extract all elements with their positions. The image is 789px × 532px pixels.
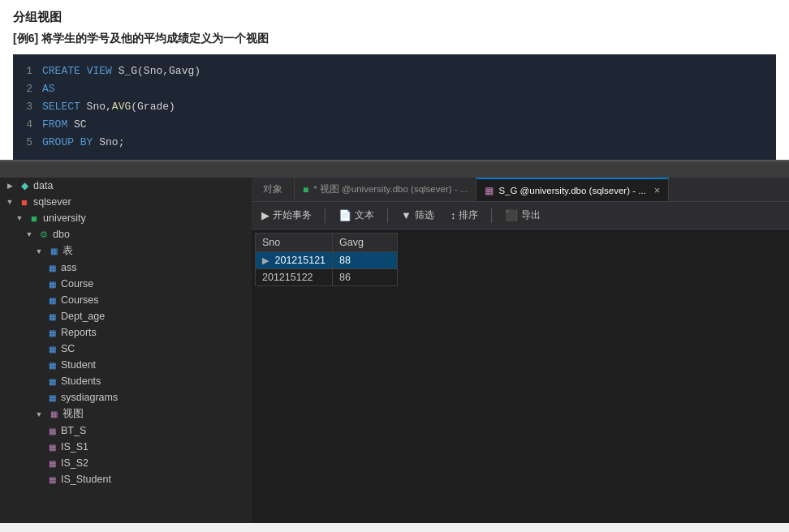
view-icon-is-student: ▦ [45, 473, 58, 486]
tree-item-course[interactable]: ▦ Course [0, 276, 252, 292]
text-label: 文本 [355, 208, 374, 222]
tab-object[interactable]: 对象 [252, 178, 295, 201]
line-num-5: 5 [13, 134, 42, 152]
tab-placeholder [669, 178, 789, 201]
table-icon-sc: ▦ [45, 342, 58, 355]
tree-label-university: university [43, 212, 86, 224]
tree-item-sc[interactable]: ▦ SC [0, 341, 252, 357]
col-header-sno: Sno [256, 234, 333, 252]
table-header-row: Sno Gavg [256, 234, 398, 252]
page-title: 分组视图 [13, 10, 776, 25]
filter-icon: ▼ [401, 209, 412, 221]
table-icon-dept-age: ▦ [45, 310, 58, 323]
cell-gavg-2: 86 [333, 269, 398, 286]
begin-transaction-button[interactable]: ▶ 开始事务 [258, 207, 315, 224]
top-section: 分组视图 [例6] 将学生的学号及他的平均成绩定义为一个视图 1 CREATE … [0, 0, 789, 160]
tree-item-is-s1[interactable]: ▦ IS_S1 [0, 439, 252, 455]
tab-view-university[interactable]: ■ * 视图 @university.dbo (sqlsever) - ... [295, 178, 476, 201]
tree-item-students[interactable]: ▦ Students [0, 373, 252, 389]
toolbar-sep-3 [491, 208, 492, 223]
toolbar: ▶ 开始事务 📄 文本 ▼ 筛选 ↕ 排序 ⬛ 导出 [252, 202, 789, 230]
toolbar-sep-2 [387, 208, 388, 223]
row-indicator-1: ▶ [262, 255, 272, 265]
db-icon-university: ■ [28, 212, 41, 225]
tree-label-student: Student [61, 359, 96, 371]
dbo-icon: ⚙ [37, 228, 50, 241]
table-row[interactable]: ▶ 201215121 88 [256, 252, 398, 269]
expand-icon-dbo: ▼ [23, 228, 36, 241]
cell-gavg-1: 88 [333, 252, 398, 269]
tree-item-university[interactable]: ▼ ■ university [0, 210, 252, 226]
tree-item-ass[interactable]: ▦ ass [0, 260, 252, 276]
tab-close-icon[interactable]: × [654, 184, 661, 196]
cell-sno-2: 201215122 [256, 269, 333, 286]
tree-label-tables: 表 [63, 244, 73, 258]
tree-item-tables[interactable]: ▼ ▦ 表 [0, 242, 252, 260]
tree-item-sqlsever[interactable]: ▼ ■ sqlsever [0, 194, 252, 210]
tree-label-ass: ass [61, 262, 76, 273]
tab-object-label: 对象 [263, 182, 282, 196]
tree-item-is-s2[interactable]: ▦ IS_S2 [0, 455, 252, 471]
tree-item-dept-age[interactable]: ▦ Dept_age [0, 308, 252, 324]
line-num-3: 3 [13, 98, 42, 116]
expand-icon-university: ▼ [13, 212, 26, 225]
tree-item-data[interactable]: ▶ ◆ data [0, 178, 252, 194]
separator-bar [0, 160, 789, 178]
tab-view-icon-2: ▦ [485, 185, 494, 196]
cell-sno-1: ▶ 201215121 [256, 252, 333, 269]
text-button[interactable]: 📄 文本 [335, 207, 377, 224]
code-line-3: 3 SELECT Sno,AVG(Grade) [13, 98, 776, 116]
tree-label-dept-age: Dept_age [61, 311, 105, 322]
tree-label-views: 视图 [63, 407, 84, 421]
tab-sg[interactable]: ▦ S_G @university.dbo (sqlsever) - ... × [476, 178, 669, 201]
table-icon-sysdiagrams: ▦ [45, 391, 58, 404]
tree-label-is-student: IS_Student [61, 474, 111, 485]
filter-label: 筛选 [415, 208, 434, 222]
text-icon: 📄 [338, 209, 351, 221]
tab-bar: 对象 ■ * 视图 @university.dbo (sqlsever) - .… [252, 178, 789, 202]
table-icon-ass: ▦ [45, 261, 58, 274]
tree-item-is-student[interactable]: ▦ IS_Student [0, 471, 252, 487]
tree-panel: ▶ ◆ data ▼ ■ sqlsever ▼ ■ university ▼ ⚙… [0, 178, 252, 523]
tree-item-views[interactable]: ▼ ▦ 视图 [0, 405, 252, 423]
tree-label-is-s2: IS_S2 [61, 457, 88, 469]
tree-label-bt-s: BT_S [61, 425, 86, 436]
sort-button[interactable]: ↕ 排序 [447, 207, 482, 224]
table-icon-course: ▦ [45, 277, 58, 290]
sort-label: 排序 [459, 208, 478, 222]
tree-label-data: data [33, 180, 53, 191]
toolbar-sep-1 [325, 208, 326, 223]
view-icon-is-s2: ▦ [45, 457, 58, 470]
filter-button[interactable]: ▼ 筛选 [398, 207, 438, 224]
expand-icon-data: ▶ [3, 179, 16, 192]
tab-sg-label: S_G @university.dbo (sqlsever) - ... [498, 186, 645, 195]
col-header-gavg: Gavg [333, 234, 398, 252]
table-icon-student: ▦ [45, 358, 58, 371]
expand-icon-tables: ▼ [32, 245, 45, 258]
tree-label-is-s1: IS_S1 [61, 441, 88, 453]
table-row[interactable]: 201215122 86 [256, 269, 398, 286]
right-panel: 对象 ■ * 视图 @university.dbo (sqlsever) - .… [252, 178, 789, 523]
line-num-4: 4 [13, 116, 42, 134]
tree-item-sysdiagrams[interactable]: ▦ sysdiagrams [0, 389, 252, 405]
transaction-icon: ▶ [261, 209, 269, 221]
table-icon-courses: ▦ [45, 294, 58, 307]
tree-item-student[interactable]: ▦ Student [0, 357, 252, 373]
expand-icon-views: ▼ [32, 408, 45, 421]
tree-label-sqlsever: sqlsever [33, 196, 71, 208]
table-icon-reports: ▦ [45, 326, 58, 339]
tree-item-courses[interactable]: ▦ Courses [0, 292, 252, 308]
table-icon-students: ▦ [45, 375, 58, 388]
line-num-2: 2 [13, 80, 42, 98]
tree-item-dbo[interactable]: ▼ ⚙ dbo [0, 226, 252, 242]
tree-label-reports: Reports [61, 327, 97, 338]
tree-item-bt-s[interactable]: ▦ BT_S [0, 423, 252, 439]
view-icon-bt-s: ▦ [45, 424, 58, 437]
export-button[interactable]: ⬛ 导出 [502, 207, 544, 224]
code-line-4: 4 FROM SC [13, 116, 776, 134]
tree-item-reports[interactable]: ▦ Reports [0, 324, 252, 341]
view-folder-icon: ▦ [47, 408, 60, 421]
export-icon: ⬛ [505, 209, 518, 221]
code-block: 1 CREATE VIEW S_G(Sno,Gavg) 2 AS 3 SELEC… [13, 54, 776, 160]
db-icon-sqlsever: ■ [18, 195, 31, 208]
